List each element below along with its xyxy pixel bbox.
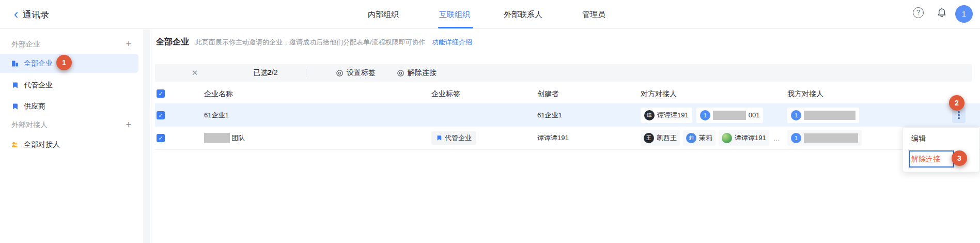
help-icon[interactable]: ? — [913, 7, 924, 18]
their-contact-cell: 谭 谭谭谭191 1 001 — [641, 108, 763, 123]
contact-chip: 谭 谭谭谭191 — [641, 108, 692, 123]
row-checkbox-wrap: ✓ — [157, 134, 165, 142]
add-external-company-button[interactable]: + — [123, 39, 134, 50]
app-window: ‹ 通讯录 内部组织 互联组织 外部联系人 管理员 ? 1 外部企业 + — [0, 0, 980, 243]
toolbar-divider — [306, 69, 306, 77]
selected-prefix: 已选 — [253, 68, 268, 77]
contact-name: 谭谭谭191 — [735, 133, 766, 143]
tab-connected-org[interactable]: 互联组织 — [439, 0, 470, 28]
tutorial-step-badge-2: 2 — [949, 95, 965, 111]
selection-toolbar: ✕ 已选2/2 设置标签 解除连接 — [155, 64, 972, 82]
sidebar-scrollbar[interactable] — [143, 29, 150, 243]
company-name-suffix: 团队 — [231, 133, 245, 143]
sidebar-item-all-contacts[interactable]: 全部对接人 — [0, 135, 138, 154]
selected-total: /2 — [272, 68, 278, 77]
add-external-contact-button[interactable]: + — [123, 119, 134, 131]
their-contact-cell: 王 凯西王 莉 茉莉 谭谭谭191 … — [641, 130, 780, 146]
col-company-name: 企业名称 — [204, 84, 233, 103]
table-row[interactable]: ✓ 团队 代管企业 谭谭谭191 王 凯西王 莉 茉莉 — [155, 127, 980, 150]
sidebar-item-label: 全部对接人 — [24, 140, 60, 149]
user-avatar[interactable]: 1 — [955, 5, 973, 23]
our-contact-cell: 1 — [787, 130, 862, 146]
creator-cell: 61企业1 — [537, 111, 562, 120]
notification-bell-icon[interactable] — [936, 7, 947, 19]
our-contact-cell: 1 — [787, 108, 859, 123]
sidebar-item-suppliers[interactable]: 供应商 — [0, 97, 138, 116]
clear-selection-icon[interactable]: ✕ — [189, 68, 200, 78]
bookmark-icon — [11, 103, 19, 110]
company-name-cell: 团队 — [204, 133, 245, 143]
content-description: 此页面展示你主动邀请的企业，邀请成功后给他们分配表单/流程权限即可协作 — [195, 38, 426, 47]
contact-avatar: 王 — [644, 133, 654, 143]
contact-name: 谭谭谭191 — [657, 111, 689, 120]
contacts-overflow-ellipsis: … — [773, 134, 780, 142]
creator-cell: 谭谭谭191 — [537, 133, 569, 143]
tab-external-contacts[interactable]: 外部联系人 — [504, 0, 542, 28]
table-header: ✓ 企业名称 企业标签 创建者 对方对接人 我方对接人 — [155, 84, 980, 103]
row-checkbox[interactable]: ✓ — [157, 134, 165, 142]
sidebar: 外部企业 + 全部企业 代管企业 — [0, 29, 151, 243]
count-badge: 1 — [791, 110, 801, 120]
contact-chip: 1 — [787, 130, 862, 146]
contact-chip: 莉 茉莉 — [683, 130, 715, 146]
sidebar-item-managed-companies[interactable]: 代管企业 — [0, 76, 138, 95]
selected-count: 2 — [268, 68, 272, 77]
table-row[interactable]: ✓ 61企业1 61企业1 谭 谭谭谭191 1 001 1 — [155, 103, 980, 127]
col-creator: 创建者 — [537, 84, 559, 103]
section-title-external-companies: 外部企业 — [11, 40, 40, 49]
select-all-checkbox[interactable]: ✓ — [157, 89, 165, 98]
tutorial-step-badge-1: 1 — [56, 55, 72, 70]
col-our-contact: 我方对接人 — [787, 84, 823, 103]
sidebar-item-label: 供应商 — [24, 102, 45, 111]
contact-avatar: 谭 — [644, 110, 655, 120]
contact-name: 凯西王 — [657, 133, 677, 143]
page-title: 通讯录 — [23, 9, 49, 21]
back-icon[interactable]: ‹ — [9, 7, 23, 22]
bookmark-icon — [436, 135, 442, 141]
company-name-cell: 61企业1 — [204, 111, 229, 120]
row-checkbox-wrap: ✓ — [157, 111, 165, 119]
sidebar-item-label: 代管企业 — [24, 81, 53, 90]
menu-item-edit[interactable]: 编辑 — [911, 134, 926, 143]
company-tag-cell: 代管企业 — [431, 131, 476, 145]
set-tag-button[interactable]: 设置标签 — [336, 64, 376, 82]
row-context-menu: 编辑 解除连接 — [903, 127, 979, 172]
people-icon — [11, 141, 19, 148]
globe-avatar — [722, 133, 732, 143]
account-suffix: 001 — [749, 111, 760, 119]
selected-count-label: 已选2/2 — [253, 68, 277, 78]
active-tab-underline — [438, 27, 473, 28]
company-building-icon — [11, 60, 19, 67]
redacted-text — [204, 133, 230, 143]
tutorial-step-badge-3: 3 — [952, 150, 967, 166]
content-header: 全部企业 此页面展示你主动邀请的企业，邀请成功后给他们分配表单/流程权限即可协作… — [156, 37, 472, 48]
tab-admin[interactable]: 管理员 — [582, 0, 605, 28]
tab-internal-org[interactable]: 内部组织 — [368, 0, 399, 28]
count-badge: 1 — [791, 133, 801, 143]
col-company-tag: 企业标签 — [431, 84, 460, 103]
tag-target-icon — [336, 69, 344, 77]
account-chip: 1 001 — [696, 108, 764, 123]
top-header: ‹ 通讯录 内部组织 互联组织 外部联系人 管理员 ? 1 — [0, 0, 980, 29]
count-badge: 1 — [700, 110, 710, 120]
feature-detail-link[interactable]: 功能详细介绍 — [432, 38, 472, 47]
bookmark-icon — [11, 82, 19, 89]
disconnect-target-icon — [397, 69, 405, 77]
set-tag-label: 设置标签 — [347, 68, 376, 78]
col-their-contact: 对方对接人 — [641, 84, 677, 103]
redacted-text — [804, 111, 855, 120]
tag-label: 代管企业 — [445, 133, 472, 143]
disconnect-button[interactable]: 解除连接 — [397, 64, 437, 82]
menu-item-disconnect[interactable]: 解除连接 — [909, 150, 954, 168]
section-title-external-contacts: 外部对接人 — [11, 120, 48, 130]
tag-chip: 代管企业 — [431, 131, 476, 145]
redacted-text — [804, 133, 858, 143]
redacted-text — [713, 111, 746, 120]
contact-name: 茉莉 — [699, 133, 712, 143]
contact-chip: 王 凯西王 — [641, 130, 680, 146]
contact-avatar: 莉 — [686, 133, 696, 143]
row-checkbox[interactable]: ✓ — [157, 111, 165, 119]
content-title: 全部企业 — [156, 37, 189, 48]
contact-chip: 谭谭谭191 — [719, 130, 769, 146]
contact-chip: 1 — [787, 108, 859, 123]
